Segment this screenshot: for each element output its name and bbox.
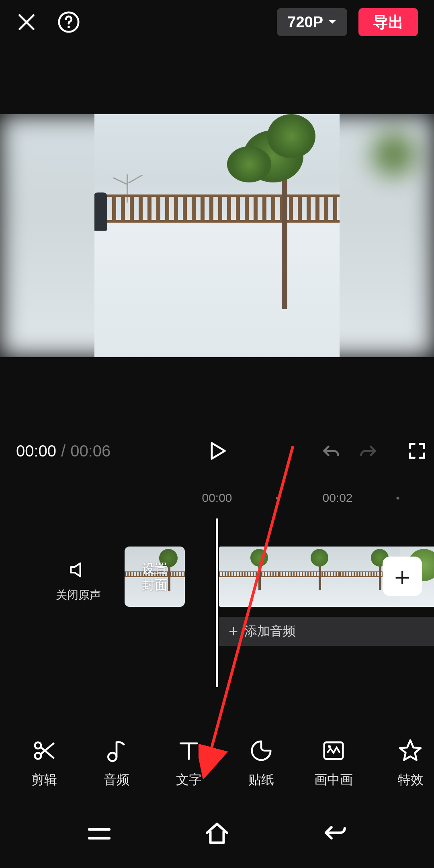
cover-label: 设置 封面	[142, 561, 168, 593]
undo-icon	[321, 440, 342, 461]
home-icon	[204, 821, 230, 847]
nav-home-button[interactable]	[204, 821, 230, 847]
total-time-label: 00:06	[70, 442, 111, 460]
picture-in-picture-icon	[321, 738, 346, 763]
sticker-icon	[249, 738, 274, 763]
mute-label: 关闭原声	[54, 588, 102, 603]
music-note-icon	[104, 738, 129, 763]
play-button[interactable]	[207, 440, 227, 461]
ruler-tick-0: 00:00	[202, 491, 232, 505]
playback-controls: 00:00 / 00:06	[0, 435, 434, 467]
tool-label: 画中画	[314, 771, 353, 789]
timeline[interactable]: 关闭原声 设置 封面 ＋ + 添加音频	[0, 518, 434, 687]
ruler-dot	[276, 497, 279, 500]
timeline-ruler[interactable]: 00:00 00:02	[0, 491, 434, 510]
export-button[interactable]: 导出	[358, 8, 418, 36]
add-audio-track-button[interactable]: + 添加音频	[219, 617, 434, 646]
redo-button[interactable]	[358, 440, 379, 461]
resolution-label: 720P	[287, 14, 323, 31]
playhead[interactable]	[216, 518, 218, 687]
tool-effects[interactable]: 特效	[394, 738, 426, 789]
tool-text[interactable]: 文字	[153, 738, 225, 789]
plus-icon: ＋	[389, 563, 415, 589]
ruler-dot	[397, 497, 399, 500]
tool-edit[interactable]: 剪辑	[8, 738, 80, 789]
help-icon	[57, 10, 80, 34]
text-icon	[176, 738, 201, 763]
header-bar: 720P 导出	[0, 0, 434, 44]
tool-label: 剪辑	[31, 771, 57, 789]
add-clip-button[interactable]: ＋	[383, 557, 422, 596]
time-separator: /	[56, 442, 70, 460]
svg-rect-6	[324, 742, 343, 759]
speaker-icon	[67, 559, 90, 581]
close-button[interactable]	[16, 12, 37, 33]
nav-back-button[interactable]	[321, 821, 348, 847]
close-icon	[16, 12, 37, 33]
tool-pip[interactable]: 画中画	[297, 738, 370, 789]
star-icon	[398, 738, 423, 763]
undo-button[interactable]	[321, 440, 342, 461]
fullscreen-button[interactable]	[407, 440, 428, 461]
menu-icon	[86, 821, 113, 847]
svg-point-5	[108, 753, 117, 761]
current-time-label: 00:00	[16, 442, 56, 460]
redo-icon	[358, 440, 379, 461]
tool-label: 文字	[176, 771, 202, 789]
scissors-icon	[32, 738, 57, 763]
ruler-tick-1: 00:02	[322, 491, 352, 505]
tool-label: 音频	[104, 771, 129, 789]
play-icon	[207, 440, 227, 461]
svg-point-7	[328, 745, 331, 748]
clip-thumbnail	[279, 547, 340, 607]
tool-label: 贴纸	[248, 771, 274, 789]
set-cover-button[interactable]: 设置 封面	[125, 547, 185, 607]
fullscreen-icon	[407, 440, 428, 461]
back-icon	[321, 821, 348, 847]
tool-label: 特效	[398, 771, 424, 789]
add-audio-label: 添加音频	[244, 622, 296, 640]
resolution-button[interactable]: 720P	[277, 8, 347, 36]
help-button[interactable]	[57, 10, 80, 34]
chevron-down-icon	[328, 19, 337, 25]
bottom-toolbar: 剪辑 音频 文字 贴纸 画中画	[0, 727, 434, 800]
export-label: 导出	[373, 12, 403, 33]
video-preview[interactable]	[0, 114, 434, 357]
system-navigation-bar	[0, 808, 434, 868]
mute-original-audio-button[interactable]: 关闭原声	[54, 559, 102, 603]
tool-audio[interactable]: 音频	[80, 738, 153, 789]
nav-recents-button[interactable]	[86, 821, 113, 847]
preview-frame	[94, 114, 340, 357]
clip-thumbnail	[219, 547, 279, 607]
svg-point-1	[68, 26, 70, 28]
tool-sticker[interactable]: 贴纸	[225, 738, 297, 789]
plus-icon: +	[229, 623, 238, 639]
